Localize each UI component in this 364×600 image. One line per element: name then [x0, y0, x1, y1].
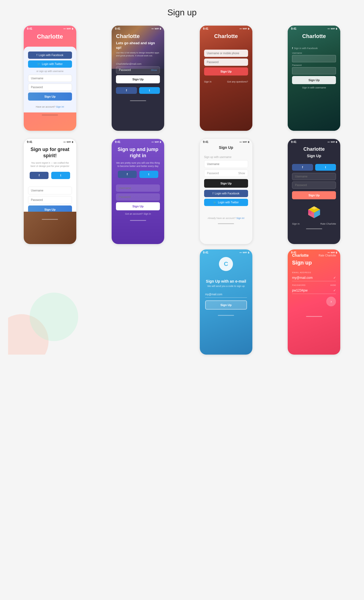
twitter-btn-6[interactable]: t [139, 171, 158, 178]
signup-btn-2[interactable]: Sign Up [116, 75, 160, 83]
phone8-appname: Charlotte [292, 146, 336, 152]
social-row-8: f t [292, 164, 336, 171]
username-input-1[interactable] [28, 75, 72, 82]
twitter-btn-5[interactable]: t [51, 172, 70, 179]
twitter-btn-8[interactable]: t [315, 164, 336, 171]
cube-icon [306, 204, 322, 220]
username-input-8[interactable] [292, 173, 336, 180]
username-input-7[interactable] [204, 160, 248, 168]
status-icons-1: ▪▪▪ WiFi ▮ [63, 28, 73, 30]
status-icons-10: ▪▪▪ WiFi ▮ [328, 251, 337, 254]
phone8-form: f t Sign Up [288, 161, 340, 201]
phone-3: 9:41 ▪▪▪ WiFi ▮ Charlotte Sign Up Sign i… [200, 26, 252, 131]
facebook-label-4: Sign in with Facebook [294, 47, 318, 50]
signal-icon-5: ▪▪▪ [63, 141, 66, 143]
status-bar-5: 9:41 ▪▪▪ WiFi ▮ [24, 139, 76, 144]
battery-icon-5: ▮ [72, 141, 73, 143]
signin-link-7[interactable]: Sign in! [236, 217, 245, 220]
rate-nav-8[interactable]: Rate Charlotte [320, 222, 336, 225]
signup-btn-8[interactable]: Sign Up [292, 191, 336, 199]
wifi-icon-4: WiFi [331, 28, 335, 30]
signin-link-3[interactable]: Sign in [204, 80, 212, 83]
questions-link-3[interactable]: Got any questions? [227, 80, 248, 83]
phone5-photo [24, 212, 76, 244]
password-input-1[interactable] [28, 84, 72, 91]
show-password-btn-2[interactable]: Show [151, 69, 157, 71]
password-input-4[interactable] [292, 67, 336, 74]
status-bar-2: 9:41 ▪▪▪ WiFi ▮ [112, 26, 164, 31]
battery-icon-3: ▮ [248, 28, 249, 30]
twitter-btn-label: Login with Twitter [42, 63, 63, 66]
password-input-8[interactable] [292, 181, 336, 189]
wifi-icon-6: WiFi [154, 141, 159, 143]
wifi-icon-7: WiFi [243, 141, 247, 143]
phone9-desc-text: We will send you a code to sign up [205, 284, 247, 288]
phone9-email-line[interactable]: my@mail.com [205, 291, 247, 298]
empty-cell-2 [96, 249, 180, 355]
phone6-desc: We are pretty sure you will use this thi… [116, 161, 160, 168]
time-3: 9:41 [203, 27, 208, 30]
facebook-btn-6[interactable]: f [118, 171, 137, 178]
battery-icon-8: ▮ [336, 141, 337, 143]
status-icons-4: ▪▪▪ WiFi ▮ [328, 28, 337, 30]
twitter-login-btn[interactable]: 🐦 Login with Twitter [28, 60, 72, 68]
facebook-btn-7[interactable]: f Login with Facebook [204, 190, 248, 197]
wifi-icon-10: WiFi [331, 251, 335, 254]
signup-btn-6[interactable]: Sign Up [116, 202, 160, 210]
home-indicator-10 [306, 316, 322, 317]
or-text-1: or sign up with username [28, 70, 72, 73]
email-field-10[interactable]: my@mail.com ✓ [292, 275, 336, 281]
signup-btn-1[interactable]: Sign Up [28, 92, 72, 101]
phone3-appname: Charlotte [204, 33, 248, 39]
grid-row-3: 9:41 ▪▪▪ WiFi ▮ C Sign Up with an e-mail… [0, 247, 364, 363]
password-field-10[interactable]: pw1234pw ✓ [292, 287, 336, 294]
facebook-social-btn-2[interactable]: f [116, 87, 137, 94]
signup-btn-9[interactable]: Sign Up [205, 300, 247, 310]
social-row-6: f t [116, 171, 160, 178]
time-10: 9:41 [291, 251, 296, 254]
phone-9: 9:41 ▪▪▪ WiFi ▮ C Sign Up with an e-mail… [200, 249, 252, 355]
phone-7: 9:41 ▪▪▪ WiFi ▮ Sign Up Sign up with use… [200, 139, 252, 244]
phone-5: 9:41 ▪▪▪ WiFi ▮ Sign up for great spirit… [24, 139, 76, 244]
username-input-6[interactable] [116, 184, 160, 192]
signin-link-4[interactable]: Sign in with username [292, 86, 336, 89]
signup-btn-3[interactable]: Sign Up [204, 67, 248, 76]
username-input-4[interactable] [292, 55, 336, 62]
status-bar-1: 9:41 ▪▪▪ WiFi ▮ [24, 26, 76, 31]
phone2-password[interactable]: Password Show [116, 66, 160, 74]
hide-btn-10[interactable]: Hide [330, 284, 336, 286]
status-bar-3: 9:41 ▪▪▪ WiFi ▮ [200, 26, 252, 31]
twitter-btn-7[interactable]: 🐦 Login with Twitter [204, 199, 248, 206]
signin-nav-8[interactable]: Sign In [292, 222, 300, 225]
phone-cell-8: 9:41 ▪▪▪ WiFi ▮ Charlotte Sign Up f t Si… [272, 139, 356, 244]
phone9-desc-title: Sign Up with an e-mail [205, 279, 247, 283]
password-input-5[interactable] [28, 196, 72, 204]
facebook-login-btn[interactable]: f Login with Facebook [28, 52, 72, 59]
phone-10: 9:41 ▪▪▪ WiFi ▮ Charlotte Rate Charlotte… [288, 249, 340, 355]
password-label-4: Password [292, 64, 336, 66]
next-btn-10[interactable]: › [326, 297, 336, 306]
phone-cell-4: 9:41 ▪▪▪ WiFi ▮ Charlotte f Sign in with… [272, 26, 356, 131]
phone1-appname: Charlotte [28, 33, 72, 40]
password-row-7[interactable]: Password Show [204, 170, 248, 177]
twitter-social-btn-2[interactable]: t [139, 87, 160, 94]
status-bar-9: 9:41 ▪▪▪ WiFi ▮ [200, 249, 252, 255]
password-input-3[interactable] [204, 59, 248, 66]
facebook-btn-5[interactable]: f [30, 172, 49, 179]
signup-btn-4[interactable]: Sign Up [292, 76, 336, 84]
facebook-btn-label: Login with Facebook [39, 54, 63, 57]
phone2-subtext: Use this UI kit wisely to design beautif… [116, 51, 160, 57]
phone-8: 9:41 ▪▪▪ WiFi ▮ Charlotte Sign Up f t Si… [288, 139, 340, 244]
battery-icon-9: ▮ [248, 251, 249, 254]
signin-link-1[interactable]: Sign in! [56, 105, 64, 108]
username-input-3[interactable] [204, 50, 248, 57]
signal-icon-2: ▪▪▪ [152, 28, 154, 30]
password-input-6[interactable] [116, 193, 160, 201]
show-password-7[interactable]: Show [238, 172, 245, 175]
facebook-btn-8[interactable]: f [292, 164, 313, 171]
time-1: 9:41 [27, 27, 32, 30]
username-input-5[interactable] [28, 187, 72, 194]
signup-btn-7[interactable]: Sign Up [204, 179, 248, 188]
status-icons-7: ▪▪▪ WiFi ▮ [239, 141, 249, 143]
phone4-form: f Sign in with Facebook Username Passwor… [288, 45, 340, 91]
